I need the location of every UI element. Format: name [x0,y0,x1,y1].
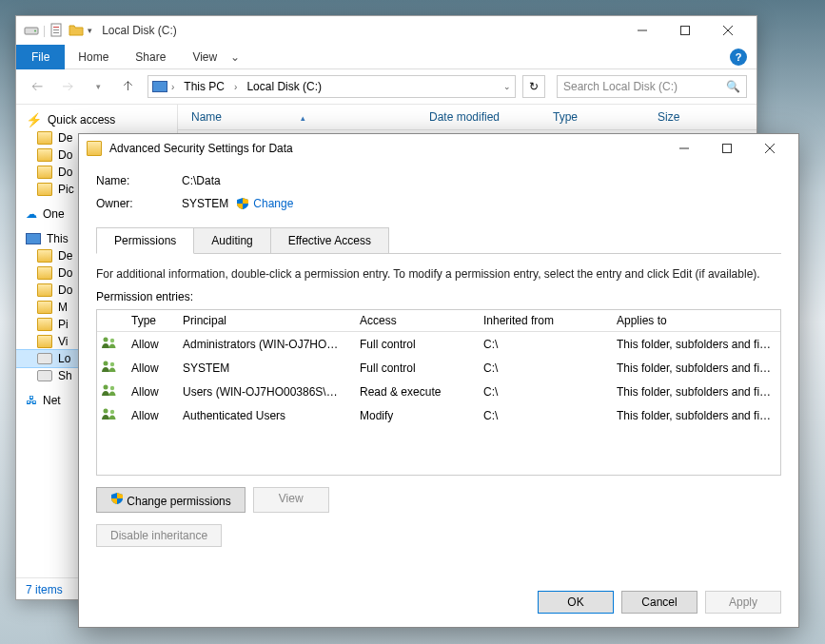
breadcrumb-sep-icon[interactable]: › [171,82,174,92]
column-headers: Name ▴ Date modified Type Size [178,105,756,130]
back-button[interactable]: 🡠 [26,75,49,98]
permission-row[interactable]: AllowAuthenticated UsersModifyC:\This fo… [97,403,780,427]
cancel-button[interactable]: Cancel [621,591,697,614]
column-type[interactable]: Type [540,110,644,124]
search-input[interactable]: Search Local Disk (C:) 🔍 [557,75,747,98]
dialog-titlebar: Advanced Security Settings for Data [79,134,798,163]
qat-dropdown-icon[interactable]: ▾ [88,26,92,35]
new-folder-icon[interactable] [69,23,84,38]
row-access: Full control [352,334,476,355]
folder-icon [37,301,52,314]
col-type[interactable]: Type [124,310,175,331]
disable-inheritance-button[interactable]: Disable inheritance [96,524,222,547]
ok-button[interactable]: OK [538,591,614,614]
col-inherited[interactable]: Inherited from [476,310,609,331]
sort-indicator-icon: ▴ [301,113,305,123]
folder-icon [37,183,52,196]
navigation-bar: 🡠 🡢 ▾ 🡡 › This PC › Local Disk (C:) ⌄ ↻ … [16,69,756,105]
tabs: Permissions Auditing Effective Access [96,227,781,254]
tab-auditing[interactable]: Auditing [193,227,270,253]
row-access: Full control [352,358,476,379]
column-size[interactable]: Size [644,110,679,124]
permission-row[interactable]: AllowSYSTEMFull controlC:\This folder, s… [97,356,780,380]
row-type: Allow [124,358,175,379]
close-button[interactable] [706,17,749,44]
tab-effective-access[interactable]: Effective Access [270,227,389,253]
ribbon-tab-share[interactable]: Share [122,46,179,68]
permission-row[interactable]: AllowAdministrators (WIN-OJ7HO0…Full con… [97,332,780,356]
column-date[interactable]: Date modified [416,110,540,124]
row-principal: Authenticated Users [175,405,352,426]
tab-permissions[interactable]: Permissions [96,227,194,254]
folder-icon [37,283,52,297]
svg-point-15 [110,339,114,342]
folder-icon [37,318,52,331]
ribbon-expand-icon[interactable]: ⌄ [230,50,240,64]
apply-button[interactable]: Apply [705,591,781,614]
owner-value: SYSTEM [182,197,228,210]
ribbon-tab-view[interactable]: View [179,46,230,68]
owner-label: Owner: [96,197,182,210]
group-icon [101,336,118,349]
group-icon [101,407,118,420]
minimize-button[interactable] [662,135,705,162]
pc-icon [26,233,41,244]
ribbon-tab-home[interactable]: Home [65,46,122,68]
item-count: 7 items [26,583,63,596]
sidebar-quick-access[interactable]: ⚡Quick access [16,110,177,129]
svg-rect-5 [53,32,59,33]
folder-icon [37,249,52,263]
folder-icon [37,131,52,145]
row-inherited: C:\ [476,405,609,426]
row-principal: SYSTEM [175,358,352,379]
breadcrumb-drive[interactable]: Local Disk (C:) [241,78,327,95]
maximize-button[interactable] [705,135,748,162]
qat-separator: | [43,24,46,37]
window-title: Local Disk (C:) [102,24,177,37]
explorer-titlebar: | ▾ Local Disk (C:) [16,16,756,45]
column-name[interactable]: Name ▴ [178,110,416,124]
svg-rect-4 [53,29,59,30]
row-applies: This folder, subfolders and files [609,405,780,426]
shield-icon [110,492,124,505]
folder-icon [87,141,102,156]
col-access[interactable]: Access [352,310,476,331]
shield-icon [236,197,249,210]
row-inherited: C:\ [476,334,609,355]
change-owner-link[interactable]: Change [236,197,293,210]
address-dropdown-icon[interactable]: ⌄ [503,82,511,91]
properties-icon[interactable] [49,23,65,38]
dialog-footer: OK Cancel Apply [79,581,798,627]
permission-row[interactable]: AllowUsers (WIN-OJ7HO00386S\Us…Read & ex… [97,380,780,403]
folder-icon [37,335,52,348]
cloud-icon: ☁ [26,207,37,221]
ribbon: File Home Share View ⌄ ? [16,45,756,69]
help-icon[interactable]: ? [730,49,747,66]
svg-point-19 [110,386,114,390]
folder-icon [37,266,52,280]
name-value: C:\Data [182,174,221,187]
maximize-button[interactable] [663,17,706,44]
col-principal[interactable]: Principal [175,310,352,331]
qat-icons: | ▾ [24,23,92,38]
view-button[interactable]: View [253,487,329,513]
row-applies: This folder, subfolders and files [609,381,780,402]
info-text: For additional information, double-click… [96,267,781,281]
file-tab[interactable]: File [16,45,65,69]
close-button[interactable] [748,135,791,162]
minimize-button[interactable] [620,17,663,44]
breadcrumb-sep-icon[interactable]: › [234,82,237,92]
drive-icon [37,353,52,364]
refresh-button[interactable]: ↻ [522,75,545,98]
change-permissions-button[interactable]: Change permissions [96,487,246,513]
svg-point-21 [110,410,114,414]
recent-dropdown-icon[interactable]: ▾ [87,75,109,98]
col-applies[interactable]: Applies to [609,310,780,331]
up-button[interactable]: 🡡 [117,75,140,98]
breadcrumb-thispc[interactable]: This PC [178,78,230,95]
address-bar[interactable]: › This PC › Local Disk (C:) ⌄ [147,75,516,98]
dialog-title: Advanced Security Settings for Data [109,142,293,155]
forward-button[interactable]: 🡢 [56,75,79,98]
permissions-grid: Type Principal Access Inherited from App… [96,309,781,476]
svg-rect-3 [53,27,59,28]
